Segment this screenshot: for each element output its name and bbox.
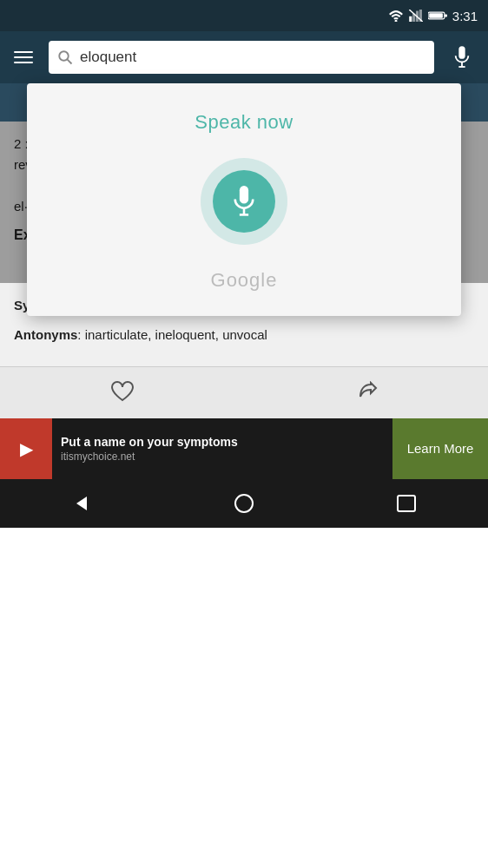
mic-circle-inner[interactable] [213, 170, 275, 233]
ad-banner: ▶ Put a name on your symptoms itismychoi… [0, 418, 488, 479]
home-button[interactable] [222, 482, 266, 525]
search-input[interactable] [80, 49, 425, 66]
signal-icon [409, 10, 423, 22]
recent-icon [397, 495, 416, 512]
speak-now-text: Speak now [195, 111, 293, 134]
home-icon [234, 493, 254, 514]
svg-line-10 [68, 60, 72, 64]
wifi-icon [388, 10, 404, 22]
antonyms-label: Antonyms [14, 327, 77, 342]
speak-now-dialog: Speak now Google [27, 83, 461, 316]
ad-subtitle: itismychoice.net [61, 450, 384, 463]
favorite-button[interactable] [102, 372, 143, 412]
heart-icon [110, 381, 135, 404]
nav-bar [0, 479, 488, 528]
svg-rect-8 [429, 13, 443, 18]
svg-rect-1 [409, 16, 412, 22]
back-button[interactable] [60, 482, 103, 525]
ad-text-area: Put a name on your symptoms itismychoice… [52, 428, 392, 470]
antonyms-words[interactable]: inarticulate, ineloquent, unvocal [85, 327, 267, 342]
recent-button[interactable] [385, 482, 428, 525]
svg-point-18 [235, 495, 253, 512]
learn-more-button[interactable]: Learn More [392, 418, 488, 479]
dialog-mic-icon [230, 186, 258, 217]
antonyms-section: Antonyms: inarticulate, ineloquent, unvo… [14, 325, 474, 345]
ad-image: ▶ [0, 418, 52, 479]
battery-icon [428, 10, 447, 21]
ad-play-icon: ▶ [20, 438, 33, 459]
share-icon [355, 381, 378, 404]
svg-rect-7 [445, 14, 447, 16]
share-button[interactable] [346, 372, 386, 412]
dialog-overlay: Speak now Google [0, 83, 488, 316]
search-input-wrapper[interactable] [49, 41, 434, 74]
hamburger-icon[interactable] [10, 48, 36, 67]
svg-marker-17 [76, 496, 87, 510]
svg-point-9 [59, 51, 69, 61]
mic-icon [452, 46, 472, 69]
ad-title: Put a name on your symptoms [61, 435, 384, 449]
svg-rect-14 [240, 186, 248, 204]
search-bar [0, 31, 488, 83]
status-icons: 3:31 [388, 9, 478, 23]
mic-button[interactable] [446, 42, 478, 73]
back-icon [71, 493, 92, 514]
google-text: Google [211, 269, 278, 292]
mic-circle-outer [201, 158, 287, 245]
svg-rect-11 [458, 46, 465, 59]
search-icon [57, 49, 73, 65]
svg-rect-19 [398, 496, 415, 511]
status-bar: 3:31 [0, 0, 488, 31]
action-bar [0, 366, 488, 418]
svg-point-0 [394, 19, 397, 21]
status-time: 3:31 [452, 9, 478, 23]
